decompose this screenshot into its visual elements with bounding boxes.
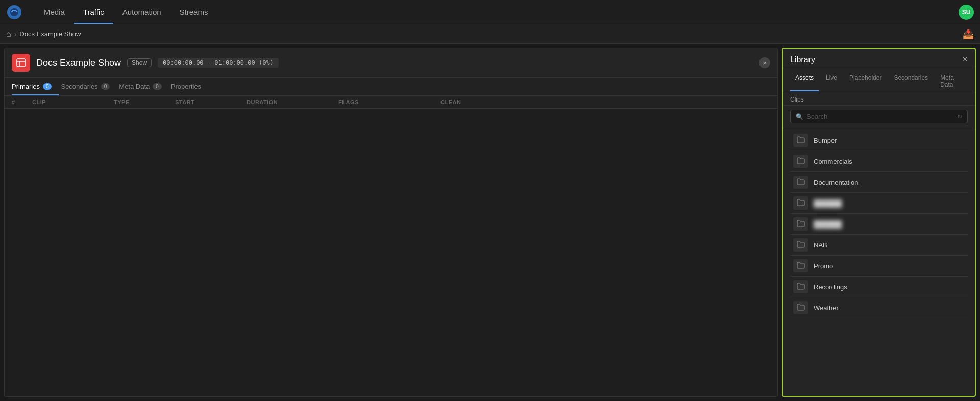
folder-name: Commercials [814, 158, 852, 165]
tab-secondaries[interactable]: Secondaries 0 [61, 78, 117, 95]
folder-item[interactable]: NAB [790, 235, 968, 256]
col-header-start: START [175, 99, 247, 105]
svg-rect-2 [17, 59, 25, 67]
tab-primaries-badge: 0 [43, 83, 52, 90]
folder-icon-wrap [793, 155, 808, 168]
col-header-number: # [12, 99, 32, 105]
folder-icon [797, 136, 805, 145]
lib-tab-live[interactable]: Live [821, 71, 842, 91]
folder-icon-wrap [793, 259, 808, 272]
folder-name: ██████ [814, 199, 842, 207]
nav-item-traffic[interactable]: Traffic [74, 0, 113, 24]
tab-primaries[interactable]: Primaries 0 [12, 78, 59, 95]
nav-items: Media Traffic Automation Streams [35, 0, 959, 24]
library-title: Library [790, 55, 815, 64]
folder-icon-wrap [793, 176, 808, 189]
search-icon: 🔍 [796, 113, 803, 120]
tab-properties[interactable]: Properties [171, 78, 208, 95]
search-input[interactable] [806, 113, 954, 120]
folder-list: BumperCommercialsDocumentation██████████… [783, 128, 975, 396]
nav-item-automation[interactable]: Automation [113, 0, 170, 24]
col-header-clean: CLEAN [440, 99, 532, 105]
folder-name: Promo [814, 262, 833, 270]
library-panel: Library × Assets Live Placeholder Second… [782, 48, 976, 397]
show-type-badge[interactable]: Show [127, 58, 152, 67]
nav-item-streams[interactable]: Streams [170, 0, 217, 24]
tab-metadata-label: Meta Data [119, 83, 150, 90]
folder-icon [797, 262, 805, 270]
breadcrumb-right: 📥 [963, 29, 974, 40]
folder-item[interactable]: Commercials [790, 151, 968, 172]
folder-icon [797, 199, 805, 208]
folder-name: Documentation [814, 179, 858, 186]
breadcrumb-path: Docs Example Show [19, 30, 81, 38]
search-spinner-icon: ↻ [957, 113, 962, 120]
folder-icon [797, 157, 805, 166]
tabs-bar: Primaries 0 Secondaries 0 Meta Data 0 Pr… [5, 78, 777, 96]
breadcrumb: ⌂ › Docs Example Show 📥 [0, 24, 980, 44]
breadcrumb-separator: › [14, 30, 17, 38]
folder-item[interactable]: Bumper [790, 130, 968, 151]
folder-name: Bumper [814, 137, 837, 144]
tab-primaries-label: Primaries [12, 83, 40, 90]
home-icon[interactable]: ⌂ [6, 30, 11, 39]
folder-item[interactable]: Recordings [790, 277, 968, 297]
tab-metadata-badge: 0 [153, 83, 162, 90]
lib-tab-secondaries[interactable]: Secondaries [889, 71, 933, 91]
table-header: # CLIP TYPE START DURATION FLAGS CLEAN [5, 96, 777, 109]
inbox-icon[interactable]: 📥 [963, 29, 974, 39]
app-logo[interactable] [6, 4, 22, 20]
lib-tab-assets[interactable]: Assets [790, 71, 819, 91]
folder-icon-wrap [793, 301, 808, 314]
library-header: Library × [783, 49, 975, 68]
search-input-wrap: 🔍 ↻ [790, 110, 968, 123]
user-avatar[interactable]: SU [959, 5, 974, 20]
folder-icon [797, 220, 805, 229]
folder-icon-wrap [793, 134, 808, 147]
folder-name: Weather [814, 304, 839, 312]
col-header-duration: DURATION [247, 99, 338, 105]
col-header-flags: FLAGS [338, 99, 440, 105]
library-tabs: Assets Live Placeholder Secondaries Meta… [783, 68, 975, 91]
show-icon [12, 54, 30, 72]
show-timecode: 00:00:00.00 - 01:00:00.00 (0%) [158, 58, 279, 68]
tab-metadata[interactable]: Meta Data 0 [119, 78, 169, 95]
folder-icon [797, 178, 805, 187]
tab-secondaries-badge: 0 [101, 83, 110, 90]
table-container: # CLIP TYPE START DURATION FLAGS CLEAN [5, 96, 777, 396]
folder-item[interactable]: ██████ [790, 193, 968, 214]
col-header-type: TYPE [114, 99, 175, 105]
folder-icon-wrap [793, 196, 808, 210]
clips-label: Clips [790, 96, 804, 103]
lib-tab-metadata[interactable]: Meta Data [935, 71, 968, 91]
nav-item-media[interactable]: Media [35, 0, 74, 24]
folder-icon [797, 241, 805, 249]
folder-icon-wrap [793, 238, 808, 252]
nav-right: SU [959, 5, 974, 20]
show-title: Docs Example Show [36, 58, 121, 68]
show-header: Docs Example Show Show 00:00:00.00 - 01:… [5, 48, 777, 78]
folder-name: NAB [814, 241, 827, 249]
library-close-button[interactable]: × [962, 54, 968, 65]
folder-name: Recordings [814, 283, 847, 291]
tab-properties-label: Properties [171, 83, 201, 90]
tab-secondaries-label: Secondaries [61, 83, 97, 90]
folder-item[interactable]: ██████ [790, 214, 968, 235]
content-panel: Docs Example Show Show 00:00:00.00 - 01:… [4, 48, 778, 397]
folder-item[interactable]: Weather [790, 297, 968, 318]
folder-icon-wrap [793, 280, 808, 293]
folder-item[interactable]: Documentation [790, 172, 968, 193]
folder-icon [797, 283, 805, 291]
clips-section: Clips [783, 91, 975, 106]
folder-item[interactable]: Promo [790, 256, 968, 277]
search-container: 🔍 ↻ [783, 106, 975, 128]
lib-tab-placeholder[interactable]: Placeholder [844, 71, 887, 91]
folder-icon [797, 304, 805, 312]
col-header-clip: CLIP [32, 99, 114, 105]
main-layout: Docs Example Show Show 00:00:00.00 - 01:… [0, 44, 980, 401]
top-navigation: Media Traffic Automation Streams SU [0, 0, 980, 24]
folder-icon-wrap [793, 217, 808, 231]
close-show-button[interactable]: × [759, 57, 770, 68]
folder-name: ██████ [814, 220, 842, 228]
